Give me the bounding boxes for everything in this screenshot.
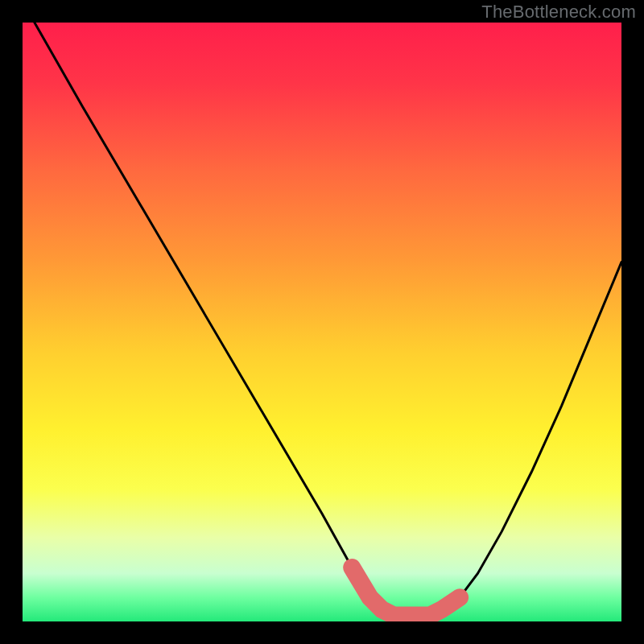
curve-layer: [23, 23, 621, 621]
chart-frame: TheBottleneck.com: [0, 0, 644, 644]
highlight-band: [352, 568, 460, 616]
bottleneck-curve: [35, 23, 621, 616]
plot-area: [23, 23, 621, 621]
watermark-text: TheBottleneck.com: [481, 2, 636, 23]
